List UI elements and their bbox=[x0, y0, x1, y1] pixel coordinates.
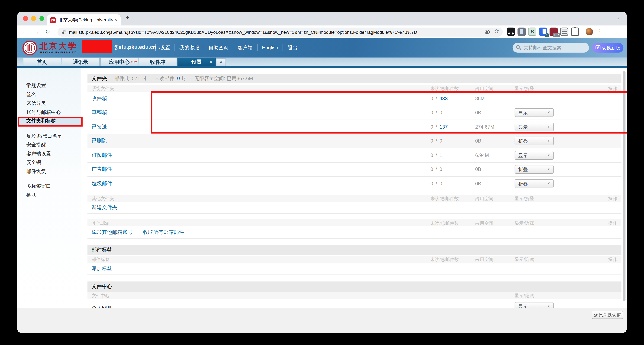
display-dropdown[interactable]: 折叠 ∨ bbox=[515, 137, 554, 145]
unread-total-cell: 0/0 bbox=[430, 181, 442, 186]
display-dropdown[interactable]: 显示 ∨ bbox=[515, 123, 554, 131]
tab-close-icon[interactable]: × bbox=[115, 18, 118, 22]
page-title: 文件夹 bbox=[92, 75, 107, 82]
folder-link[interactable]: 草稿箱 bbox=[92, 109, 107, 116]
header-nav-link[interactable]: English bbox=[257, 44, 283, 51]
sidebar-item[interactable]: 常规设置 bbox=[17, 81, 81, 90]
sidebar-item[interactable]: 客户端设置 bbox=[17, 149, 81, 158]
browser-menu-icon[interactable]: ⋮ bbox=[597, 28, 602, 34]
reload-button[interactable]: ↻ bbox=[45, 28, 50, 35]
mail-tab-close-icon[interactable]: × bbox=[210, 58, 212, 67]
browser-tab-active[interactable]: @ 北京大学(Peking University) × bbox=[47, 15, 121, 26]
sidebar-item[interactable]: 签名 bbox=[17, 90, 81, 99]
display-dropdown[interactable]: 显示 ∨ bbox=[515, 151, 554, 160]
extension-icon[interactable] bbox=[518, 28, 526, 36]
traffic-light-close[interactable] bbox=[23, 16, 28, 21]
extension-icon[interactable]: 137 bbox=[550, 28, 558, 36]
extension-badge: 137 bbox=[553, 33, 560, 38]
sidebar-item[interactable]: 邮件恢复 bbox=[17, 167, 81, 176]
forward-button[interactable]: → bbox=[34, 28, 40, 35]
mailbox-action-link[interactable]: 收取所有邮箱邮件 bbox=[143, 229, 184, 236]
sidebar-item[interactable]: 反垃圾/黑白名单 bbox=[17, 132, 81, 141]
extension-icon[interactable]: 1 bbox=[539, 28, 547, 36]
display-dropdown[interactable]: 显示 ∨ bbox=[515, 302, 554, 308]
address-bar[interactable]: mail.stu.pku.edu.cn/js6/main.jsp?sid=T0*… bbox=[58, 28, 503, 37]
header-nav-link[interactable]: 我的客服 bbox=[175, 44, 204, 51]
mailbox-action-link[interactable]: 添加其他邮箱账号 bbox=[92, 229, 133, 236]
sidebar-item[interactable]: 账号与邮箱中心 bbox=[17, 108, 81, 117]
back-button[interactable]: ← bbox=[22, 28, 28, 35]
new-tab-button[interactable]: + bbox=[126, 14, 130, 22]
mail-tags-title: 邮件标签 bbox=[88, 245, 621, 255]
chevron-down-icon: ∨ bbox=[548, 125, 550, 128]
extension-row: S 1 137 bbox=[507, 28, 579, 36]
new-folder-link[interactable]: 新建文件夹 bbox=[92, 204, 117, 211]
mail-tab[interactable]: 首页 bbox=[23, 58, 61, 66]
system-folder-table: 收件箱 0/433 86M 草稿箱 0/0 0B 显示 ∨ bbox=[88, 92, 621, 191]
reset-defaults-button[interactable]: 还原为默认值 bbox=[592, 310, 623, 319]
display-dropdown[interactable]: 显示 ∨ bbox=[515, 108, 554, 117]
site-settings-icon[interactable] bbox=[61, 29, 66, 35]
switch-icon: ⇄ bbox=[596, 45, 600, 50]
mail-tab[interactable]: 收件箱 bbox=[139, 58, 177, 66]
desktop: @ 北京大学(Peking University) × + ∨ ← → ↻ ma… bbox=[0, 0, 644, 345]
bookmark-star-icon[interactable]: ☆ bbox=[494, 28, 499, 34]
file-center-title: 文件中心 bbox=[88, 281, 621, 292]
table-row: 垃圾邮件 0/0 0B 折叠 ∨ bbox=[88, 177, 621, 191]
add-tag-link[interactable]: 添加标签 bbox=[92, 265, 112, 272]
header-nav-link[interactable]: 设置 bbox=[155, 44, 175, 51]
extension-icon[interactable] bbox=[507, 28, 515, 36]
extension-icon[interactable] bbox=[560, 28, 568, 36]
pku-mail-favicon: @ bbox=[50, 17, 56, 23]
folder-link[interactable]: 垃圾邮件 bbox=[92, 180, 112, 187]
folder-link[interactable]: 收件箱 bbox=[92, 95, 107, 102]
sidebar-item[interactable]: 文件夹和标签 bbox=[17, 117, 81, 126]
chevron-down-icon: ∨ bbox=[548, 167, 550, 171]
mail-tab[interactable]: 设置 × bbox=[178, 58, 216, 66]
pku-seal-logo bbox=[22, 40, 38, 56]
folder-link[interactable]: 广告邮件 bbox=[92, 166, 112, 173]
mail-tab-overflow[interactable]: ∨ bbox=[216, 58, 226, 66]
mail-tab[interactable]: 应用中心 NEW bbox=[100, 58, 138, 66]
unread-total-cell: 0/1 bbox=[430, 152, 442, 158]
folder-link[interactable]: 已发送 bbox=[92, 123, 107, 130]
sidebar-item[interactable]: 安全提醒 bbox=[17, 140, 81, 149]
traffic-light-minimize[interactable] bbox=[31, 16, 36, 21]
header-nav-link[interactable]: 自助查询 bbox=[204, 44, 233, 51]
eye-off-icon[interactable] bbox=[484, 29, 490, 35]
table-row: 已发送 0/137 274.67M 显示 ∨ bbox=[88, 120, 621, 134]
display-dropdown[interactable]: 折叠 ∨ bbox=[515, 165, 554, 174]
sidebar-item[interactable]: 多标签窗口 bbox=[17, 182, 81, 191]
mail-tab[interactable]: 通讯录 bbox=[62, 58, 100, 66]
traffic-light-maximize[interactable] bbox=[40, 16, 44, 21]
search-input[interactable] bbox=[513, 43, 589, 53]
mail-header: 北京大学 PEKING UNIVERSITY @stu.pku.edu.cn∨ … bbox=[17, 38, 627, 58]
account-email[interactable]: @stu.pku.edu.cn∨ bbox=[113, 44, 161, 50]
table-row: 已删除 0/0 0B 折叠 ∨ bbox=[88, 134, 621, 148]
unread-total-cell: 0/137 bbox=[430, 124, 448, 130]
browser-tab-title: 北京大学(Peking University) bbox=[59, 17, 112, 23]
settings-sidebar: 常规设置 签名 来信分类 账号与邮箱中心 文件夹和标签 bbox=[17, 68, 81, 308]
switch-new-version-button[interactable]: ⇄ 切换新版 bbox=[592, 43, 624, 53]
tab-overview-icon[interactable]: ∨ bbox=[617, 15, 620, 21]
add-tag-row: 添加标签 bbox=[88, 263, 621, 275]
size-cell: 0B bbox=[475, 166, 481, 172]
header-nav-link[interactable]: 退出 bbox=[283, 44, 302, 51]
extension-icon[interactable] bbox=[571, 28, 579, 36]
sidebar-divider bbox=[18, 128, 79, 129]
sidebar-item[interactable]: 安全锁 bbox=[17, 158, 81, 167]
page-scrollbar[interactable] bbox=[623, 71, 626, 301]
personal-drive-label: 个人网盘 bbox=[92, 305, 112, 308]
other-mailboxes-header: 其他邮箱 未读/总邮件数 占用空间 显示/隐藏 操作 bbox=[88, 219, 621, 226]
mail-tags-header: 邮件标签 未读/总邮件数 占用空间 显示/隐藏 操作 bbox=[88, 256, 621, 263]
profile-avatar[interactable] bbox=[586, 28, 593, 35]
extension-icon[interactable]: S bbox=[528, 28, 536, 36]
folder-link[interactable]: 已删除 bbox=[92, 138, 107, 145]
sidebar-item[interactable]: 换肤 bbox=[17, 191, 81, 200]
unread-total-cell: 0/0 bbox=[430, 138, 442, 144]
folder-link[interactable]: 订阅邮件 bbox=[92, 152, 112, 159]
display-dropdown[interactable]: 折叠 ∨ bbox=[515, 179, 554, 188]
other-mailboxes-links: 添加其他邮箱账号收取所有邮箱邮件 bbox=[88, 226, 621, 239]
header-nav-link[interactable]: 客户端 bbox=[233, 44, 257, 51]
sidebar-item[interactable]: 来信分类 bbox=[17, 99, 81, 108]
